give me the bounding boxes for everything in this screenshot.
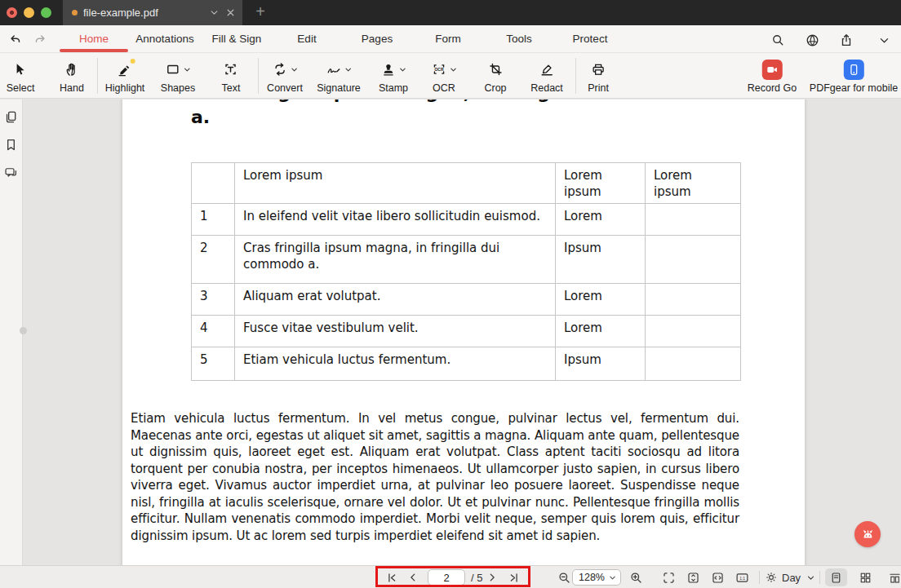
unsaved-dot-icon [72, 10, 78, 15]
page-total-label: / 5 [471, 572, 482, 584]
next-page-icon[interactable] [483, 568, 501, 586]
tab-close-icon[interactable] [226, 8, 235, 17]
table-row: 2 Cras fringilla ipsum magna, in fringil… [192, 236, 741, 284]
zoom-in-icon[interactable] [627, 568, 645, 586]
crop-button[interactable]: Crop [484, 60, 506, 94]
day-mode-label[interactable]: Day [782, 572, 801, 584]
shape-square-icon [165, 61, 181, 77]
chevron-down-icon [450, 66, 457, 73]
panel-resize-handle[interactable] [20, 327, 27, 334]
record-go-button[interactable]: Record Go [748, 60, 797, 94]
last-page-icon[interactable] [504, 568, 522, 586]
redact-pen-icon [539, 61, 555, 77]
robot-icon [860, 527, 876, 542]
table-row: 1 In eleifend velit vitae libero sollici… [192, 204, 741, 236]
select-tool-button[interactable]: Select [7, 60, 35, 94]
new-tab-button[interactable]: + [251, 3, 269, 21]
svg-text:1:1: 1:1 [739, 576, 745, 580]
redo-icon[interactable] [31, 31, 49, 49]
pdfgear-mobile-button[interactable]: PDFgear for mobile [810, 60, 898, 94]
tab-protect[interactable]: Protect [573, 33, 608, 45]
tab-form[interactable]: Form [435, 33, 461, 45]
tab-title: file-example.pdf [83, 7, 210, 19]
single-page-view-icon[interactable] [825, 568, 847, 586]
zoom-level-value: 128% [579, 572, 605, 583]
toolbar-divider [97, 58, 98, 94]
shapes-button[interactable]: Shapes [161, 60, 195, 94]
tab-tools[interactable]: Tools [506, 33, 532, 45]
fit-page-icon[interactable] [659, 568, 677, 586]
ocr-brackets-icon: OCR [431, 61, 447, 77]
chevron-down-icon [291, 66, 298, 73]
signature-button[interactable]: Signature [317, 60, 361, 94]
grid-view-icon[interactable] [854, 568, 877, 586]
redact-button[interactable]: Redact [530, 60, 563, 94]
fit-height-icon[interactable] [684, 568, 702, 586]
tab-annotations[interactable]: Annotations [135, 33, 193, 45]
cursor-icon [12, 61, 29, 77]
search-icon[interactable] [769, 31, 787, 49]
continuous-view-icon[interactable] [884, 568, 901, 586]
page-number-input[interactable] [428, 569, 465, 586]
thumbnails-icon[interactable] [3, 109, 19, 125]
toolbar-divider [575, 58, 576, 94]
convert-button[interactable]: Convert [267, 60, 303, 94]
document-paragraph: Etiam vehicula luctus fermentum. In vel … [131, 410, 739, 544]
collapse-toolbar-chevron-icon[interactable] [875, 31, 893, 49]
globe-translate-icon[interactable] [803, 31, 821, 49]
zoom-out-icon[interactable] [555, 568, 573, 586]
statusbar-divider [759, 571, 760, 584]
bookmark-icon[interactable] [3, 137, 19, 153]
highlighter-icon [117, 61, 133, 77]
table-row: 3 Aliquam erat volutpat. Lorem [192, 284, 741, 316]
document-heading-line1: Cras fringilla ipsum magna, in fringilla… [191, 99, 805, 105]
statusbar-divider [819, 571, 820, 584]
traffic-zoom-icon[interactable] [41, 7, 51, 18]
sun-day-icon[interactable] [762, 568, 780, 586]
comments-icon[interactable] [3, 165, 19, 180]
document-table: Lorem ipsum Lorem ipsum Lorem ipsum 1 In… [191, 162, 741, 381]
ocr-button[interactable]: OCR OCR [431, 60, 457, 94]
table-row: 5 Etiam vehicula luctus fermentum. Ipsum [192, 347, 741, 381]
window-titlebar: file-example.pdf + [0, 0, 901, 25]
text-button[interactable]: Text [222, 60, 241, 94]
active-tab-underline [60, 49, 128, 52]
tab-pages[interactable]: Pages [362, 33, 393, 45]
tab-edit[interactable]: Edit [297, 33, 316, 45]
share-icon[interactable] [837, 31, 855, 49]
pdf-page: Cras fringilla ipsum magna, in fringilla… [122, 99, 805, 565]
highlight-button[interactable]: Highlight [105, 60, 145, 94]
menu-bar: Home Annotations Fill & Sign Edit Pages … [0, 25, 901, 53]
tab-chevron-down-icon[interactable] [210, 8, 219, 17]
mobile-phone-icon [844, 60, 864, 80]
print-button[interactable]: Print [588, 60, 609, 94]
fit-width-icon[interactable] [708, 568, 726, 586]
svg-text:OCR: OCR [434, 67, 444, 72]
tab-fill-sign[interactable]: Fill & Sign [212, 33, 262, 45]
stamp-button[interactable]: Stamp [379, 60, 408, 94]
actual-size-icon[interactable]: 1:1 [733, 568, 751, 586]
table-row: Lorem ipsum Lorem ipsum Lorem ipsum [192, 163, 741, 204]
robot-assistant-button[interactable] [854, 521, 881, 547]
convert-arrows-icon [272, 61, 288, 77]
toolbar: Select Hand Highlight Shapes Text Conver… [0, 53, 901, 99]
hand-tool-button[interactable]: Hand [60, 60, 84, 94]
chevron-down-icon [399, 66, 406, 73]
signature-pen-icon [326, 61, 342, 77]
tab-home[interactable]: Home [79, 33, 109, 45]
zoom-level-dropdown[interactable]: 128% [572, 569, 621, 586]
document-tab[interactable]: file-example.pdf [63, 0, 242, 25]
first-page-icon[interactable] [383, 568, 401, 586]
status-bar: / 5 128% 1:1 Day [0, 565, 901, 588]
undo-icon[interactable] [7, 31, 24, 49]
printer-icon [590, 61, 606, 77]
crop-icon [487, 61, 504, 77]
previous-page-icon[interactable] [404, 568, 422, 586]
traffic-close-icon[interactable] [7, 7, 17, 18]
chevron-down-icon [609, 574, 616, 581]
document-viewport: Cras fringilla ipsum magna, in fringilla… [0, 99, 901, 565]
day-mode-chevron-icon[interactable] [801, 568, 819, 586]
chevron-down-icon [184, 66, 191, 73]
traffic-minimize-icon[interactable] [24, 7, 34, 18]
highlight-color-badge [131, 59, 135, 64]
